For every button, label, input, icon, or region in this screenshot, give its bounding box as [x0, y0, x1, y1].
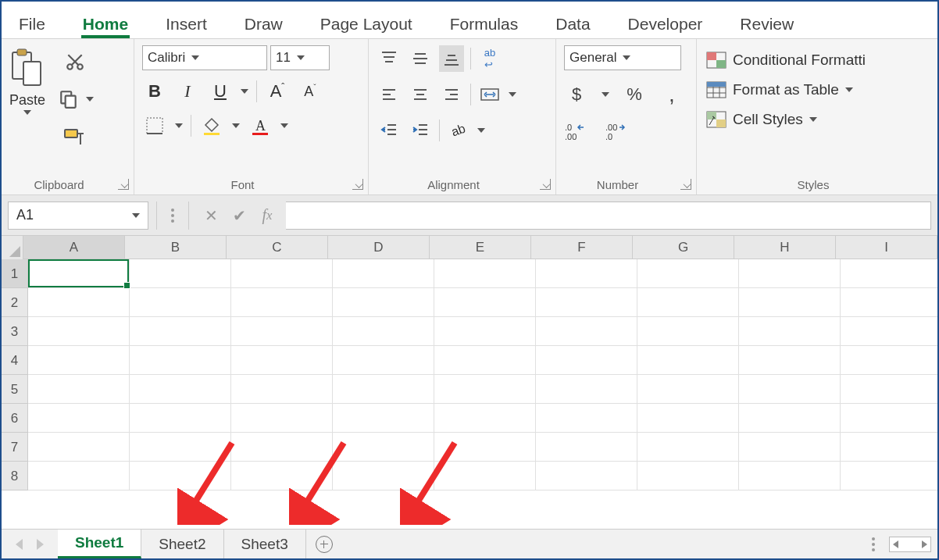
italic-button[interactable]: I: [175, 78, 200, 105]
tab-page-layout[interactable]: Page Layout: [319, 8, 414, 38]
tab-formulas[interactable]: Formulas: [448, 8, 520, 38]
align-bottom-button[interactable]: [439, 45, 464, 72]
accounting-format-button[interactable]: $: [564, 81, 589, 108]
increase-decimal-button[interactable]: .0.00: [564, 119, 589, 145]
increase-indent-button[interactable]: [408, 117, 433, 144]
align-top-button[interactable]: [377, 45, 402, 72]
name-box[interactable]: A1: [8, 202, 148, 230]
tab-review[interactable]: Review: [738, 8, 795, 38]
fill-color-button[interactable]: [199, 112, 224, 139]
horizontal-scrollbar[interactable]: [889, 537, 931, 552]
column-header[interactable]: E: [430, 236, 531, 259]
group-label-styles: Styles: [697, 178, 930, 191]
font-size-value: 11: [276, 50, 291, 66]
worksheet-grid: A B C D E F G H I 1 2 3 4 5 6 7 8: [2, 236, 937, 490]
align-left-button[interactable]: [377, 81, 402, 108]
fill-color-dropdown-icon[interactable]: [232, 123, 240, 128]
conditional-formatting-button[interactable]: Conditional Formatti: [705, 45, 930, 75]
number-format-combo[interactable]: General: [564, 45, 681, 70]
sheet-tab-2[interactable]: Sheet2: [141, 530, 223, 558]
font-color-button[interactable]: A: [248, 112, 273, 139]
column-header[interactable]: G: [633, 236, 734, 259]
comma-format-button[interactable]: ,: [659, 81, 684, 108]
number-format-value: General: [569, 50, 616, 66]
number-launcher-icon[interactable]: [680, 179, 691, 190]
align-middle-button[interactable]: [408, 45, 433, 72]
merge-dropdown-icon[interactable]: [509, 92, 516, 97]
sheet-options-icon[interactable]: [866, 537, 881, 551]
underline-button[interactable]: U: [208, 78, 233, 105]
sheet-tab-1[interactable]: Sheet1: [58, 530, 141, 558]
row-header[interactable]: 7: [2, 433, 28, 462]
new-sheet-button[interactable]: [306, 530, 342, 558]
paste-button[interactable]: [9, 45, 45, 91]
formula-bar-options-icon[interactable]: [165, 209, 180, 223]
row-header[interactable]: 4: [2, 346, 28, 375]
row-header[interactable]: 1: [2, 259, 28, 288]
borders-button[interactable]: [142, 112, 167, 139]
wrap-text-button[interactable]: ab↩: [477, 45, 502, 72]
row-header[interactable]: 8: [2, 462, 28, 490]
paste-dropdown-icon[interactable]: [23, 110, 31, 115]
tab-home[interactable]: Home: [81, 8, 130, 38]
bold-button[interactable]: B: [142, 78, 167, 105]
copy-button[interactable]: [56, 86, 81, 112]
sheet-tab-3[interactable]: Sheet3: [224, 530, 306, 558]
align-right-button[interactable]: [439, 81, 464, 108]
row-header[interactable]: 6: [2, 404, 28, 433]
svg-text:.00: .00: [565, 132, 577, 141]
column-header[interactable]: H: [734, 236, 836, 259]
column-header[interactable]: C: [227, 236, 328, 259]
percent-format-button[interactable]: %: [622, 81, 647, 108]
copy-dropdown-icon[interactable]: [86, 97, 94, 102]
font-color-dropdown-icon[interactable]: [280, 123, 288, 128]
increase-font-button[interactable]: Aˆ: [265, 78, 290, 105]
underline-dropdown-icon[interactable]: [241, 89, 248, 94]
tab-insert[interactable]: Insert: [164, 8, 209, 38]
alignment-launcher-icon[interactable]: [540, 179, 551, 190]
borders-dropdown-icon[interactable]: [175, 123, 183, 128]
cut-button[interactable]: [56, 48, 94, 75]
row-header[interactable]: 5: [2, 375, 28, 404]
font-size-combo[interactable]: 11: [270, 45, 330, 70]
row-header[interactable]: 3: [2, 317, 28, 346]
accounting-dropdown-icon[interactable]: [602, 92, 609, 97]
decrease-decimal-button[interactable]: .00.0: [605, 119, 630, 145]
tab-developer[interactable]: Developer: [627, 8, 705, 38]
sheet-nav-next-icon[interactable]: [37, 539, 44, 550]
cells-area[interactable]: [28, 259, 939, 490]
tab-draw[interactable]: Draw: [243, 8, 284, 38]
clipboard-launcher-icon[interactable]: [118, 179, 129, 190]
formula-input[interactable]: [286, 202, 931, 230]
group-label-font: Font: [134, 178, 351, 191]
row-header[interactable]: 2: [2, 288, 28, 317]
group-styles: Conditional Formatti Format as Table Cel…: [697, 39, 937, 194]
format-painter-button[interactable]: [56, 123, 94, 150]
select-all-corner[interactable]: [2, 236, 23, 259]
decrease-indent-button[interactable]: [377, 117, 402, 144]
svg-rect-2: [23, 62, 41, 85]
group-alignment: ab↩ ab Alignment: [369, 39, 556, 194]
align-center-button[interactable]: [408, 81, 433, 108]
column-header[interactable]: I: [836, 236, 937, 259]
insert-function-button[interactable]: fx: [253, 202, 281, 230]
enter-formula-button[interactable]: ✔: [225, 202, 253, 230]
merge-center-button[interactable]: [477, 81, 502, 108]
column-header[interactable]: F: [531, 236, 633, 259]
svg-rect-12: [252, 133, 268, 135]
cancel-formula-button[interactable]: ✕: [197, 202, 225, 230]
font-launcher-icon[interactable]: [352, 179, 363, 190]
tab-data[interactable]: Data: [554, 8, 591, 38]
decrease-font-button[interactable]: Aˇ: [298, 78, 323, 105]
orientation-button[interactable]: ab: [446, 117, 471, 144]
sheet-nav-prev-icon[interactable]: [16, 539, 23, 550]
column-header[interactable]: D: [328, 236, 430, 259]
column-header[interactable]: A: [23, 236, 125, 259]
cell-styles-button[interactable]: Cell Styles: [705, 105, 930, 134]
font-name-combo[interactable]: Calibri: [142, 45, 267, 70]
tab-file[interactable]: File: [17, 8, 47, 38]
column-header[interactable]: B: [125, 236, 227, 259]
chevron-down-icon: [132, 213, 140, 218]
format-as-table-button[interactable]: Format as Table: [705, 75, 930, 105]
orientation-dropdown-icon[interactable]: [477, 128, 485, 133]
